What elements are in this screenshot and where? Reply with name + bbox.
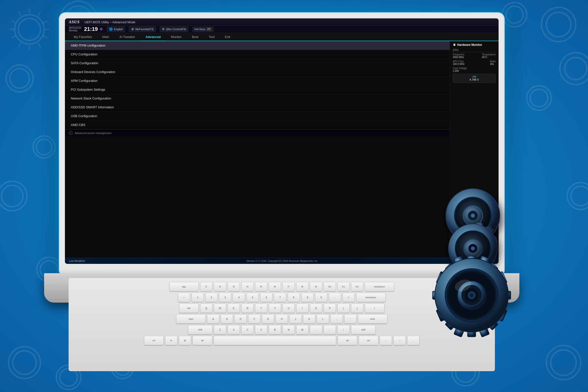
key-f7[interactable]: f7 bbox=[282, 282, 295, 291]
nav-item-monitor[interactable]: Monitor bbox=[166, 33, 186, 41]
key-0[interactable]: 0 bbox=[315, 293, 327, 302]
key-backslash[interactable]: \ bbox=[365, 304, 384, 313]
key-f8[interactable]: f8 bbox=[296, 282, 308, 291]
key-space[interactable] bbox=[214, 336, 336, 345]
qfan-button[interactable]: ⚙ Qfan Control(F6) bbox=[160, 26, 188, 32]
key-h[interactable]: H bbox=[276, 314, 288, 324]
key-enter[interactable]: enter bbox=[358, 314, 387, 324]
hw-frequency-row: Frequency 3000 MHz Temperature 46°C bbox=[453, 53, 496, 58]
nav-item-main[interactable]: Main bbox=[97, 33, 114, 41]
menu-item-hdd-ssd[interactable]: HDD/SSD SMART Information bbox=[65, 103, 450, 112]
key-s[interactable]: S bbox=[221, 314, 233, 324]
settings-icon[interactable]: ⚙ bbox=[100, 27, 103, 31]
hw-apu-freq-value: 100.0 MHz bbox=[453, 63, 464, 66]
nav-item-advanced[interactable]: Advanced bbox=[141, 33, 166, 41]
menu-item-amd-ftpm[interactable]: AMD fTPM configuration bbox=[65, 41, 450, 50]
key-v[interactable]: V bbox=[255, 325, 267, 334]
menu-item-apm-config[interactable]: APM Configuration bbox=[65, 76, 450, 85]
nav-item-ai-tweaker[interactable]: Ai Tweaker bbox=[115, 33, 140, 41]
key-j[interactable]: J bbox=[289, 314, 302, 324]
key-a[interactable]: A bbox=[207, 314, 219, 324]
key-e[interactable]: E bbox=[228, 304, 240, 313]
my-favorite-button[interactable]: 🖥 MyFavorite(F3) bbox=[129, 26, 156, 32]
key-win[interactable]: ⊞ bbox=[179, 336, 191, 345]
key-semicolon[interactable]: ; bbox=[330, 314, 343, 324]
key-7[interactable]: 7 bbox=[274, 293, 286, 302]
key-g[interactable]: G bbox=[262, 314, 274, 324]
key-lbracket[interactable]: [ bbox=[337, 304, 350, 313]
key-f10[interactable]: f10 bbox=[324, 282, 336, 291]
key-o[interactable]: O bbox=[310, 304, 322, 313]
key-i[interactable]: I bbox=[296, 304, 308, 313]
key-f11[interactable]: f11 bbox=[337, 282, 350, 291]
key-d[interactable]: D bbox=[234, 314, 247, 324]
key-r[interactable]: R bbox=[241, 304, 254, 313]
menu-item-amd-cbs[interactable]: AMD CBS bbox=[65, 120, 450, 129]
key-ctrl-right[interactable]: ctrl bbox=[359, 336, 378, 345]
key-quote[interactable]: ' bbox=[344, 314, 356, 324]
key-q[interactable]: Q bbox=[200, 304, 212, 313]
key-f9[interactable]: f9 bbox=[310, 282, 322, 291]
key-k[interactable]: K bbox=[303, 314, 315, 324]
key-period[interactable]: . bbox=[324, 325, 336, 334]
key-equals[interactable]: = bbox=[342, 293, 355, 302]
key-alt-left[interactable]: alt bbox=[192, 336, 212, 345]
key-8[interactable]: 8 bbox=[288, 293, 300, 302]
menu-item-onboard-devices[interactable]: Onboard Devices Configuration bbox=[65, 68, 450, 76]
key-z[interactable]: Z bbox=[214, 325, 226, 334]
key-f1[interactable]: f1 bbox=[200, 282, 212, 291]
nav-item-my-favorites[interactable]: My Favorites bbox=[69, 33, 97, 41]
key-f[interactable]: F bbox=[248, 314, 260, 324]
key-f12[interactable]: f12 bbox=[351, 282, 363, 291]
menu-item-network-stack[interactable]: Network Stack Configuration bbox=[65, 94, 450, 103]
key-fn[interactable]: fn bbox=[165, 336, 178, 345]
key-n[interactable]: N bbox=[282, 325, 295, 334]
key-esc[interactable]: esc bbox=[169, 282, 199, 291]
key-ctrl-left[interactable]: ctrl bbox=[144, 336, 164, 345]
key-m[interactable]: M bbox=[296, 325, 308, 334]
key-p[interactable]: P bbox=[324, 304, 336, 313]
language-button[interactable]: 🌐 English bbox=[107, 26, 125, 32]
key-c[interactable]: C bbox=[241, 325, 254, 334]
key-f2[interactable]: f2 bbox=[214, 282, 226, 291]
key-3[interactable]: 3 bbox=[219, 293, 231, 302]
hot-keys-button[interactable]: Hot Keys F7 bbox=[192, 27, 214, 32]
svg-point-78 bbox=[470, 293, 474, 297]
key-rbracket[interactable]: ] bbox=[351, 304, 363, 313]
key-2[interactable]: 2 bbox=[205, 293, 218, 302]
key-f3[interactable]: f3 bbox=[228, 282, 240, 291]
key-shift-left[interactable]: shift bbox=[188, 325, 212, 334]
menu-item-sata-config[interactable]: SATA Configuration bbox=[65, 59, 450, 68]
key-shift-right[interactable]: shift bbox=[351, 325, 376, 334]
nav-item-tool[interactable]: Tool bbox=[204, 33, 220, 41]
menu-item-usb-config[interactable]: USB Configuration bbox=[65, 112, 450, 120]
key-4[interactable]: 4 bbox=[233, 293, 245, 302]
key-minus[interactable]: - bbox=[329, 293, 341, 302]
key-f5[interactable]: f5 bbox=[255, 282, 267, 291]
key-u[interactable]: U bbox=[282, 304, 295, 313]
key-y[interactable]: Y bbox=[269, 304, 281, 313]
key-f4[interactable]: f4 bbox=[241, 282, 254, 291]
key-w[interactable]: W bbox=[214, 304, 226, 313]
gear-decoration bbox=[387, 179, 558, 350]
key-t[interactable]: T bbox=[255, 304, 267, 313]
key-caps[interactable]: caps bbox=[176, 314, 206, 324]
nav-item-exit[interactable]: Exit bbox=[220, 33, 235, 41]
key-b[interactable]: B bbox=[269, 325, 281, 334]
key-9[interactable]: 9 bbox=[301, 293, 314, 302]
key-1[interactable]: 1 bbox=[192, 293, 204, 302]
key-tab[interactable]: tab bbox=[179, 304, 199, 313]
key-6[interactable]: 6 bbox=[260, 293, 272, 302]
nav-item-boot[interactable]: Boot bbox=[187, 33, 203, 41]
key-comma[interactable]: , bbox=[310, 325, 322, 334]
key-x[interactable]: X bbox=[228, 325, 240, 334]
key-5[interactable]: 5 bbox=[246, 293, 259, 302]
key-slash[interactable]: / bbox=[337, 325, 350, 334]
key-alt-right[interactable]: alt bbox=[338, 336, 357, 345]
menu-item-cpu-config[interactable]: CPU Configuration bbox=[65, 50, 450, 59]
key-l[interactable]: L bbox=[317, 314, 329, 324]
menu-item-pci-subsystem[interactable]: PCI Subsystem Settings bbox=[65, 85, 450, 94]
key-f6[interactable]: f6 bbox=[269, 282, 281, 291]
key-backspace2[interactable]: backspace bbox=[356, 293, 386, 302]
key-tilde[interactable]: ~ bbox=[178, 293, 190, 302]
